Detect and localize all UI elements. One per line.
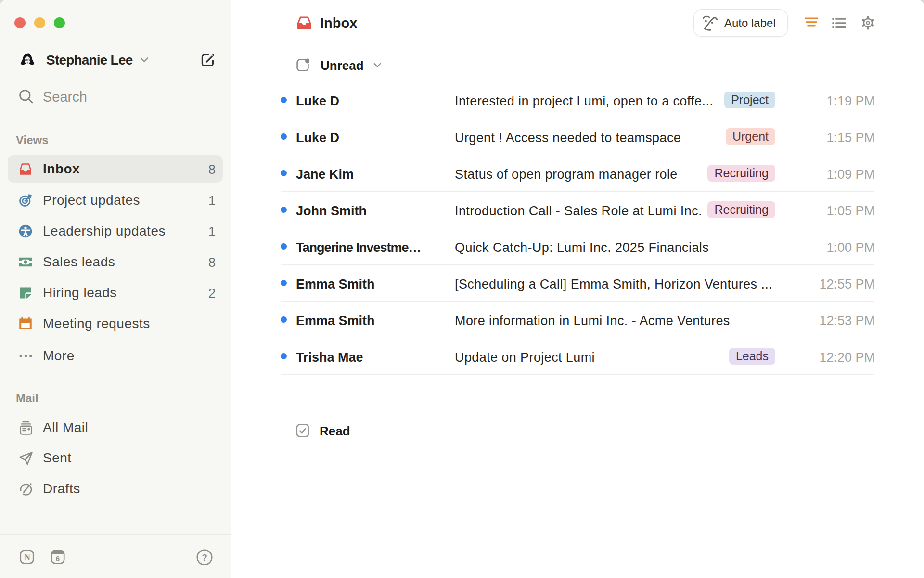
svg-text:?: ? <box>202 552 207 563</box>
svg-text:6: 6 <box>56 554 60 563</box>
svg-text:N: N <box>24 552 30 562</box>
